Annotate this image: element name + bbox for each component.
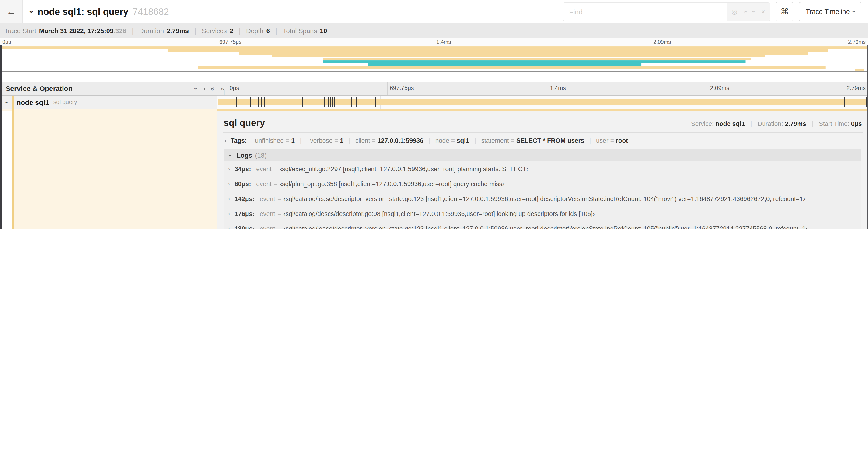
expand-log-chevron-icon: › [228, 181, 230, 186]
time-tick-label: 0μs [229, 85, 239, 91]
collapse-one-icon[interactable]: › [193, 87, 199, 89]
column-resize-handle[interactable]: ∥ [223, 90, 226, 95]
log-marker[interactable] [334, 97, 335, 107]
log-marker[interactable] [302, 97, 303, 107]
grid-line [708, 81, 708, 95]
expand-one-icon[interactable]: › [203, 85, 205, 92]
span-row-label[interactable]: › node sql1 sql query [0, 96, 217, 109]
span-detail-title: sql query [223, 118, 265, 128]
log-field-name: event [256, 180, 272, 187]
summary-value: 2.79ms [166, 27, 189, 34]
span-operation-name: sql query [54, 99, 77, 105]
tag-key: statement [481, 137, 509, 144]
log-marker[interactable] [250, 97, 251, 107]
prev-result-icon[interactable]: › [742, 10, 748, 12]
log-marker[interactable] [258, 97, 259, 107]
viewport-right-guide[interactable] [867, 45, 868, 230]
log-marker[interactable] [332, 97, 333, 107]
log-field-name: event [260, 210, 275, 217]
log-marker[interactable] [264, 97, 265, 107]
locate-icon[interactable]: ◎ [732, 8, 737, 15]
time-tick-label: 0μs [2, 39, 11, 45]
log-marker[interactable] [236, 97, 237, 107]
next-result-icon[interactable]: › [750, 10, 757, 12]
service-operation-header: Service & Operation › › » » ∥ [0, 81, 227, 96]
tag-key: node [435, 137, 449, 144]
tag-separator: | [349, 137, 350, 144]
summary-label: Services [202, 27, 226, 34]
log-marker[interactable] [375, 97, 376, 107]
collapse-span-chevron-icon[interactable]: › [4, 101, 10, 103]
tag-item: client=127.0.0.1:59936 [355, 137, 424, 144]
tag-equals: = [286, 137, 289, 144]
tag-key: user [596, 137, 609, 144]
trace-id: 7418682 [132, 6, 169, 17]
span-row: › node sql1 sql query [0, 96, 868, 109]
logs-block: › Logs (18) ›34μs:event=‹sql/exec_util.g… [224, 149, 862, 230]
minimap-span-bar [323, 60, 746, 63]
log-marker[interactable] [844, 97, 845, 107]
chevron-down-icon: › [851, 11, 857, 12]
minimap-span-bar [167, 49, 828, 52]
log-value: ‹sql/catalog/lease/descriptor_version_st… [283, 195, 805, 202]
log-row[interactable]: ›34μs:event=‹sql/exec_util.go:2297 [nsql… [224, 161, 861, 176]
log-marker[interactable] [225, 97, 225, 107]
span-duration-bar[interactable] [218, 99, 867, 105]
summary-label: Total Spans [283, 27, 317, 34]
summary-label: Depth [246, 27, 264, 34]
minimap-canvas[interactable] [0, 46, 868, 72]
summary-value-suffix: .326 [114, 27, 126, 34]
service-label: Service: [691, 120, 714, 127]
summary-separator: | [239, 27, 240, 34]
log-field-name: event [260, 195, 275, 202]
viewport-left-guide[interactable] [0, 45, 2, 230]
tag-value: 1 [291, 137, 295, 144]
minimap-span-bar [368, 63, 642, 66]
summary-separator: | [194, 27, 196, 34]
logs-header[interactable]: › Logs (18) [224, 149, 861, 161]
log-row[interactable]: ›189μs:event=‹sql/catalog/lease/descript… [224, 221, 861, 230]
duration-label: Duration: [757, 120, 783, 127]
back-button[interactable]: ← [0, 0, 23, 23]
log-marker[interactable] [356, 97, 357, 107]
detail-left-column [0, 111, 217, 230]
log-marker[interactable] [847, 97, 847, 107]
log-marker[interactable] [351, 97, 352, 107]
log-field-name: event [260, 225, 275, 230]
log-timestamp: 80μs: [235, 180, 251, 187]
keyboard-shortcuts-button[interactable]: ⌘ [776, 2, 794, 22]
span-color-stripe [12, 111, 14, 230]
summary-value: 2 [229, 27, 233, 34]
minimap-span-bars [0, 46, 868, 71]
log-marker[interactable] [330, 97, 331, 107]
log-timestamp: 189μs: [235, 225, 254, 230]
expand-all-icon[interactable]: » [220, 85, 223, 92]
span-detail-panel: sql query Service: node sql1 | Duration:… [217, 111, 868, 230]
time-tick-label: 2.79ms [848, 39, 866, 45]
tags-label: Tags: [230, 137, 247, 144]
time-tick-label: 697.75μs [390, 85, 414, 91]
log-marker[interactable] [324, 97, 325, 107]
tag-value: SELECT * FROM users [516, 137, 584, 144]
tags-row[interactable]: › Tags: _unfinished=1|_verbose=1|client=… [223, 133, 863, 148]
log-row[interactable]: ›176μs:event=‹sql/catalog/descs/descript… [224, 206, 861, 221]
find-input[interactable] [563, 3, 727, 21]
log-row[interactable]: ›80μs:event=‹sql/plan_opt.go:358 [nsql1,… [224, 176, 861, 191]
clear-search-icon[interactable]: × [762, 8, 765, 15]
summary-label: Duration [139, 27, 164, 34]
trace-view-select[interactable]: Trace Timeline › [799, 2, 862, 22]
back-arrow-icon: ← [6, 6, 16, 17]
logs-list: ›34μs:event=‹sql/exec_util.go:2297 [nsql… [224, 161, 861, 230]
log-marker[interactable] [328, 97, 329, 107]
span-detail-zone: sql query Service: node sql1 | Duration:… [0, 111, 868, 230]
tag-equals: = [511, 137, 515, 144]
log-marker[interactable] [261, 97, 262, 107]
collapse-trace-chevron-icon[interactable]: › [28, 10, 36, 13]
minimap-span-bar [323, 58, 751, 60]
log-value: ‹sql/plan_opt.go:358 [nsql1,client=127.0… [280, 180, 504, 187]
collapse-logs-chevron-icon: › [227, 154, 233, 156]
log-row[interactable]: ›142μs:event=‹sql/catalog/lease/descript… [224, 191, 861, 206]
minimap-span-bar [0, 46, 868, 49]
span-detail-header: sql query Service: node sql1 | Duration:… [223, 111, 863, 133]
collapse-all-icon[interactable]: » [210, 87, 216, 90]
